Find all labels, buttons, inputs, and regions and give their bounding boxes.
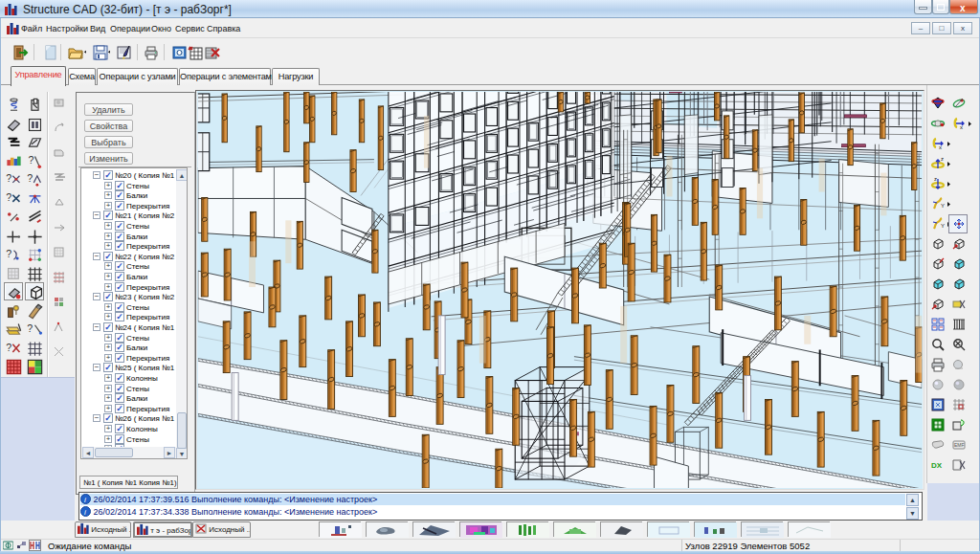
svg-text:?: ? [6,248,11,259]
svg-text:?: ? [6,172,11,184]
svg-text:x: x [939,144,942,150]
svg-text:DX: DX [931,461,943,470]
svg-text:i: i [84,508,86,517]
svg-text:?: ? [27,322,33,334]
svg-text:x: x [960,124,963,130]
svg-text:?: ? [27,172,33,184]
svg-text:z: z [941,156,944,162]
svg-text:?: ? [6,341,11,352]
svg-text:z: z [934,176,937,182]
svg-text:Y: Y [941,203,945,209]
svg-text:Y: Y [941,223,945,229]
svg-text:?: ? [28,153,33,165]
svg-text:i: i [84,496,86,504]
svg-text:EMF: EMF [954,442,965,448]
svg-text:?: ? [6,190,11,202]
